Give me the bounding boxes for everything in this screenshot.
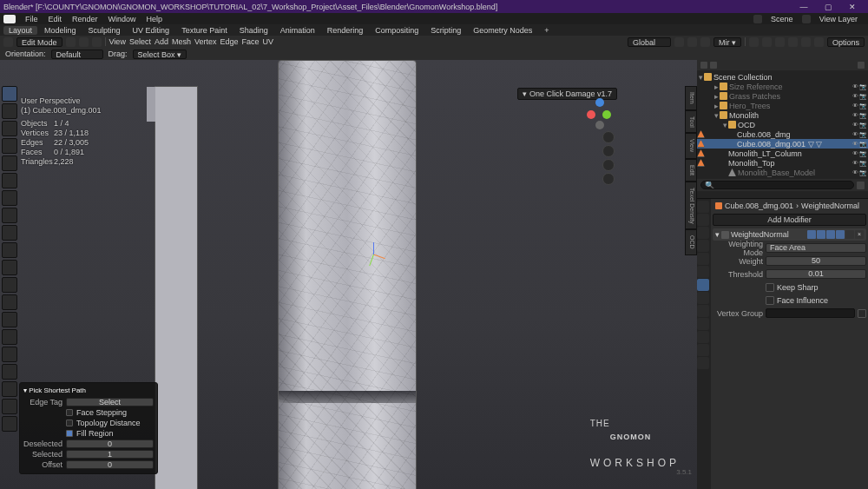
proptab-viewlayer[interactable] <box>697 227 709 239</box>
tool-select[interactable] <box>2 86 17 102</box>
facestep-checkbox[interactable] <box>66 409 73 416</box>
drag-value[interactable]: Select Box ▾ <box>133 50 187 59</box>
proptab-constraint[interactable] <box>697 318 709 330</box>
tool-knife[interactable] <box>2 312 17 327</box>
outliner-search-input[interactable] <box>700 181 854 189</box>
tool-polybuild[interactable] <box>2 329 17 345</box>
tool-annotate[interactable] <box>2 190 17 206</box>
outliner-item[interactable]: ▾Monolith👁📷 <box>697 110 868 120</box>
mod-extras-icon[interactable] <box>845 230 854 239</box>
npanel-item[interactable]: Item <box>685 86 697 110</box>
vg-invert-icon[interactable] <box>858 309 866 318</box>
crumb-object[interactable]: Cube.008_dmg.001 <box>725 202 793 210</box>
outliner-tree[interactable]: ▾Scene Collection▸Size Reference👁📷▸Grass… <box>697 70 868 179</box>
proptab-particle[interactable] <box>697 292 709 304</box>
axis-y-icon[interactable] <box>602 110 611 119</box>
proptab-render[interactable] <box>697 201 709 213</box>
tool-transform[interactable] <box>2 173 17 188</box>
menu-window[interactable]: Window <box>104 15 141 23</box>
outliner-display-icon[interactable] <box>710 62 717 69</box>
edge-select-icon[interactable] <box>79 37 89 47</box>
outliner-item[interactable]: ▸Grass Patches👁📷 <box>697 91 868 101</box>
shading-wire-icon[interactable] <box>775 37 785 47</box>
fillregion-checkbox[interactable] <box>66 430 73 437</box>
tool-addcube[interactable] <box>2 225 17 241</box>
tool-measure[interactable] <box>2 208 17 223</box>
orientation-dropdown[interactable]: Global <box>628 37 671 47</box>
npanel-td[interactable]: Texel Density <box>685 182 697 230</box>
close-button[interactable]: ✕ <box>840 3 865 11</box>
tab-compositing[interactable]: Compositing <box>370 26 424 35</box>
nav-camera-icon[interactable] <box>602 159 615 171</box>
keepsharp-checkbox[interactable] <box>766 283 774 292</box>
menu-vertex[interactable]: Vertex <box>194 37 217 46</box>
outliner-item[interactable]: Cube.008_dmg.001 ▽ ▽👁📷 <box>697 139 868 149</box>
nav-pan-icon[interactable] <box>602 145 615 157</box>
orientation-value[interactable]: Default <box>51 50 103 59</box>
mirror-dropdown[interactable]: Mir ▾ <box>713 37 741 47</box>
tab-shading[interactable]: Shading <box>234 26 273 35</box>
vert-select-icon[interactable] <box>66 37 76 47</box>
mod-editmode-toggle[interactable] <box>817 230 825 239</box>
menu-face[interactable]: Face <box>241 37 259 46</box>
tab-uv[interactable]: UV Editing <box>128 26 175 35</box>
tab-animation[interactable]: Animation <box>275 26 320 35</box>
scene-selector[interactable]: Scene <box>767 15 797 23</box>
propedit-icon[interactable] <box>700 37 710 47</box>
deselected-field[interactable]: 0 <box>66 439 154 448</box>
add-modifier-button[interactable]: Add Modifier <box>713 214 866 226</box>
tool-spin[interactable] <box>2 347 17 362</box>
threshold-field[interactable]: 0.01 <box>766 269 866 279</box>
xray-toggle-icon[interactable] <box>762 37 772 47</box>
tool-move[interactable] <box>2 121 17 136</box>
proptab-modifier[interactable] <box>697 279 709 291</box>
tool-edgeslide[interactable] <box>2 381 17 397</box>
viewlayer-selector[interactable]: View Layer <box>816 15 861 23</box>
faceinfluence-checkbox[interactable] <box>766 296 774 305</box>
proptab-material[interactable] <box>697 344 709 356</box>
menu-select[interactable]: Select <box>129 37 151 46</box>
tool-cursor[interactable] <box>2 103 17 119</box>
transform-gizmo[interactable] <box>361 242 387 268</box>
weighting-mode-dropdown[interactable]: Face Area <box>766 243 866 253</box>
shading-matprev-icon[interactable] <box>801 37 811 47</box>
axis-x-icon[interactable] <box>587 110 595 119</box>
topodist-checkbox[interactable] <box>66 420 73 426</box>
tab-sculpting[interactable]: Sculpting <box>83 26 126 35</box>
mod-render-toggle[interactable] <box>836 230 845 239</box>
options-dropdown[interactable]: Options <box>827 37 865 47</box>
viewport-3d[interactable]: User Perspective (1) Cube.008_dmg.001 Ob… <box>0 60 697 489</box>
outliner-item[interactable]: Monolith_LT_Column👁📷 <box>697 149 868 158</box>
tab-layout[interactable]: Layout <box>3 26 37 35</box>
outliner-newcoll-icon[interactable] <box>857 182 865 189</box>
outliner-item[interactable]: ▸Size Reference👁📷 <box>697 82 868 91</box>
minimize-button[interactable]: — <box>792 3 816 11</box>
npanel-tool[interactable]: Tool <box>685 110 697 134</box>
menu-add[interactable]: Add <box>155 37 168 46</box>
tool-inset[interactable] <box>2 260 17 275</box>
tab-geonodes[interactable]: Geometry Nodes <box>468 26 537 35</box>
proptab-data[interactable] <box>697 331 709 343</box>
axis-neg-icon[interactable] <box>595 121 604 129</box>
menu-view[interactable]: View <box>109 37 126 46</box>
menu-edge[interactable]: Edge <box>220 37 238 46</box>
nav-gizmo[interactable] <box>583 96 615 128</box>
npanel-edit[interactable]: Edit <box>685 159 697 182</box>
outliner-editor-icon[interactable] <box>700 62 707 69</box>
vertexgroup-field[interactable] <box>766 308 855 318</box>
shading-solid-icon[interactable] <box>788 37 798 47</box>
pivot-icon[interactable] <box>674 37 684 47</box>
editor-type-icon[interactable] <box>3 37 13 47</box>
outliner-item[interactable]: Monolith_Base_Model👁📷 <box>697 168 868 177</box>
menu-help[interactable]: Help <box>142 15 168 23</box>
proptab-physics[interactable] <box>697 305 709 317</box>
proptab-texture[interactable] <box>697 357 709 369</box>
tool-rotate[interactable] <box>2 138 17 154</box>
weight-field[interactable]: 50 <box>766 256 866 266</box>
tool-extrude[interactable] <box>2 242 17 258</box>
operator-title[interactable]: ▾ Pick Shortest Path <box>23 387 154 394</box>
outliner-item[interactable]: Monolith_Top👁📷 <box>697 158 868 168</box>
tool-bevel[interactable] <box>2 277 17 293</box>
outliner-item[interactable]: ▾OCD👁📷 <box>697 120 868 129</box>
menu-mesh[interactable]: Mesh <box>172 37 191 46</box>
